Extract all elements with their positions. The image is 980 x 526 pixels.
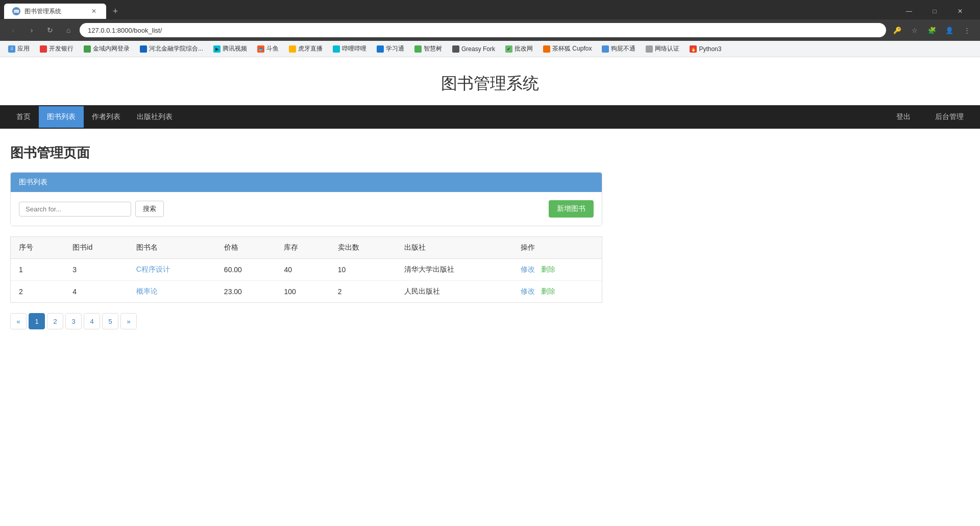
bookmark-bilibili[interactable]: 哔哩哔哩 [329, 43, 371, 55]
douyu-icon: 🐟 [257, 45, 264, 53]
pigai-icon: ✔ [505, 45, 512, 53]
reload-button[interactable]: ↻ [43, 23, 57, 37]
cell-price: 60.00 [216, 259, 276, 281]
cell-sold: 10 [330, 259, 396, 281]
close-button[interactable]: ✕ [948, 4, 972, 19]
cell-publisher: 清华大学出版社 [396, 259, 512, 281]
delete-link[interactable]: 删除 [541, 287, 555, 295]
table-row: 1 3 C程序设计 60.00 40 10 清华大学出版社 修改 删除 [11, 259, 602, 281]
home-button[interactable]: ⌂ [61, 23, 76, 37]
greasy-icon [452, 45, 459, 53]
python-icon: 🔥 [690, 45, 697, 53]
cell-actions: 修改 删除 [512, 281, 602, 303]
pagination-page-4[interactable]: 4 [84, 313, 100, 329]
main-content: 图书管理页面 图书列表 搜索 新增图书 序号 图书id 图书名 价格 库存 [0, 129, 612, 345]
bookmark-douyu[interactable]: 🐟 斗鱼 [253, 43, 283, 55]
col-price: 价格 [216, 237, 276, 259]
browser-tab[interactable]: 📖 图书管理系统 ✕ [4, 4, 106, 19]
cell-actions: 修改 删除 [512, 259, 602, 281]
book-name-link[interactable]: C程序设计 [136, 265, 170, 273]
maximize-button[interactable]: □ [923, 4, 946, 19]
cell-stock: 100 [276, 281, 329, 303]
cupfox-icon [543, 45, 550, 53]
extension-icon[interactable]: 🧩 [925, 23, 939, 37]
book-table: 序号 图书id 图书名 价格 库存 卖出数 出版社 操作 1 3 C程序设计 6… [11, 237, 602, 302]
pagination-next[interactable]: » [120, 313, 137, 329]
back-button[interactable]: ‹ [6, 23, 20, 37]
pagination-page-1[interactable]: 1 [29, 313, 45, 329]
bank-icon [40, 45, 47, 53]
cell-publisher: 人民出版社 [396, 281, 512, 303]
modify-link[interactable]: 修改 [521, 265, 535, 273]
bookmark-pigai[interactable]: ✔ 批改网 [501, 43, 537, 55]
bookmark-cupfox[interactable]: 茶杯狐 Cupfox [539, 43, 596, 55]
tab-favicon: 📖 [12, 7, 20, 15]
bookmark-apps[interactable]: ⠿ 应用 [4, 43, 34, 55]
bookmark-gobshite[interactable]: 狗屁不通 [598, 43, 640, 55]
bookmark-bank[interactable]: 开发银行 [36, 43, 78, 55]
add-book-button[interactable]: 新增图书 [549, 200, 594, 218]
address-bar[interactable] [80, 23, 886, 37]
nav-home[interactable]: 首页 [8, 106, 39, 128]
nav-logout[interactable]: 登出 [888, 106, 919, 128]
nav-publisher-list[interactable]: 出版社列表 [129, 106, 181, 128]
xuexi-icon [377, 45, 384, 53]
star-icon[interactable]: ☆ [908, 23, 922, 37]
cell-sold: 2 [330, 281, 396, 303]
netauth-icon [646, 45, 653, 53]
tab-title: 图书管理系统 [24, 7, 86, 16]
cell-price: 23.00 [216, 281, 276, 303]
page-header: 图书管理系统 [0, 57, 980, 105]
bookmark-huya[interactable]: 虎牙直播 [285, 43, 327, 55]
col-book-id: 图书id [64, 237, 128, 259]
bookmarks-bar: ⠿ 应用 开发银行 金域内网登录 河北金融学院综合... ▶ 腾讯视频 🐟 斗鱼… [0, 41, 980, 57]
pagination-page-2[interactable]: 2 [47, 313, 63, 329]
col-publisher: 出版社 [396, 237, 512, 259]
bookmark-xuexi[interactable]: 学习通 [373, 43, 408, 55]
col-stock: 库存 [276, 237, 329, 259]
cell-book-id: 3 [64, 259, 128, 281]
delete-link[interactable]: 删除 [541, 265, 555, 273]
cell-index: 2 [11, 281, 64, 303]
col-sold: 卖出数 [330, 237, 396, 259]
cell-book-name: C程序设计 [128, 259, 216, 281]
college-icon [140, 45, 147, 53]
zhihui-icon [414, 45, 422, 53]
cell-stock: 40 [276, 259, 329, 281]
pagination-prev[interactable]: « [10, 313, 27, 329]
apps-icon: ⠿ [8, 45, 15, 53]
nav-admin[interactable]: 后台管理 [927, 106, 972, 128]
pagination: « 1 2 3 4 5 » [10, 313, 602, 329]
tab-close-button[interactable]: ✕ [90, 7, 98, 15]
key-icon: 🔑 [890, 23, 904, 37]
search-input[interactable] [19, 202, 131, 217]
nav-book-list[interactable]: 图书列表 [39, 106, 84, 128]
book-table-wrapper: 序号 图书id 图书名 价格 库存 卖出数 出版社 操作 1 3 C程序设计 6… [10, 236, 602, 303]
col-actions: 操作 [512, 237, 602, 259]
book-name-link[interactable]: 概率论 [136, 287, 158, 295]
site-title: 图书管理系统 [0, 73, 980, 95]
gobshite-icon [602, 45, 609, 53]
nav-author-list[interactable]: 作者列表 [84, 106, 129, 128]
search-button[interactable]: 搜索 [135, 201, 164, 217]
panel-body: 搜索 新增图书 [11, 192, 602, 226]
menu-icon[interactable]: ⋮ [960, 23, 974, 37]
bookmark-tencent-video[interactable]: ▶ 腾讯视频 [209, 43, 251, 55]
table-row: 2 4 概率论 23.00 100 2 人民出版社 修改 删除 [11, 281, 602, 303]
forward-button[interactable]: › [24, 23, 39, 37]
bookmark-netauth[interactable]: 网络认证 [642, 43, 683, 55]
col-book-name: 图书名 [128, 237, 216, 259]
pagination-page-3[interactable]: 3 [65, 313, 82, 329]
book-panel: 图书列表 搜索 新增图书 [10, 172, 602, 226]
pagination-page-5[interactable]: 5 [102, 313, 118, 329]
profile-icon[interactable]: 👤 [942, 23, 957, 37]
bookmark-python3[interactable]: 🔥 Python3 [685, 44, 725, 54]
bookmark-college[interactable]: 河北金融学院综合... [136, 43, 207, 55]
new-tab-button[interactable]: + [108, 4, 122, 18]
bookmark-intranet[interactable]: 金域内网登录 [80, 43, 134, 55]
bookmark-zhihui[interactable]: 智慧树 [410, 43, 446, 55]
cell-book-name: 概率论 [128, 281, 216, 303]
bookmark-greasy-fork[interactable]: Greasy Fork [448, 44, 499, 54]
minimize-button[interactable]: — [897, 4, 921, 19]
modify-link[interactable]: 修改 [521, 287, 535, 295]
